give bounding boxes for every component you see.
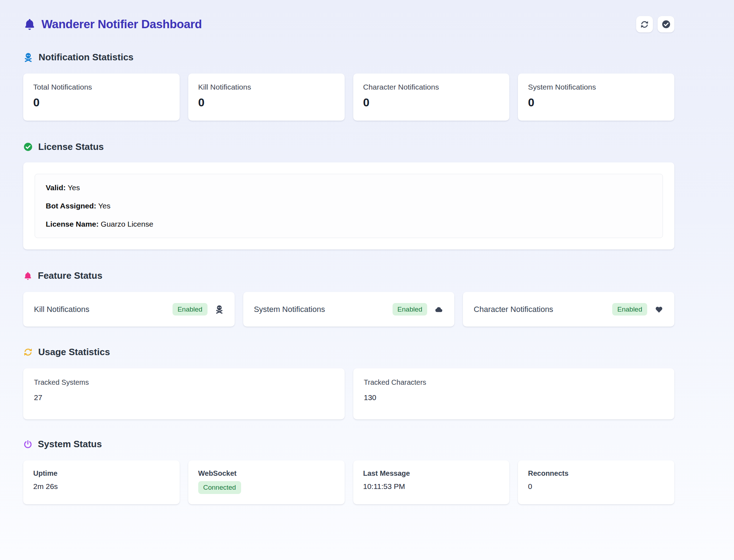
license-field-label: License Name: <box>46 220 99 228</box>
cloud-icon <box>434 305 444 314</box>
section-title-usage-statistics: Usage Statistics <box>23 347 674 358</box>
license-field-value: Yes <box>96 202 111 210</box>
status-badge: Enabled <box>173 303 208 316</box>
license-field-value: Guarzo License <box>99 220 153 228</box>
usage-card-label: Tracked Characters <box>364 378 664 387</box>
system-card-label: Last Message <box>363 469 500 478</box>
refresh-icon <box>23 347 33 357</box>
usage-card-value: 27 <box>34 393 334 402</box>
check-circle-icon <box>23 142 33 152</box>
websocket-status: Connected <box>198 481 335 494</box>
skull-crossbones-icon <box>215 305 224 314</box>
section-title-license-status: License Status <box>23 141 674 152</box>
power-icon <box>23 440 33 449</box>
skull-crossbones-icon <box>23 52 33 62</box>
stat-card-total-notifications: Total Notifications 0 <box>23 74 180 121</box>
feature-card-status: Enabled <box>173 303 224 316</box>
feature-card-label: System Notifications <box>254 305 325 314</box>
feature-card-label: Kill Notifications <box>34 305 89 314</box>
stat-card-value: 0 <box>33 96 170 109</box>
license-details-box: Valid: Yes Bot Assigned: Yes License Nam… <box>35 174 663 238</box>
section-heading-text: Feature Status <box>38 270 103 281</box>
page-title: Wanderer Notifier Dashboard <box>41 17 202 31</box>
stat-card-character-notifications: Character Notifications 0 <box>353 74 510 121</box>
feature-status-grid: Kill Notifications Enabled System Notifi… <box>23 292 674 327</box>
stat-card-value: 0 <box>528 96 664 109</box>
section-title-system-status: System Status <box>23 439 674 450</box>
usage-stats-grid: Tracked Systems 27 Tracked Characters 13… <box>23 368 674 419</box>
license-field-valid: Valid: Yes <box>46 183 652 192</box>
license-field-label: Bot Assigned: <box>46 202 96 210</box>
system-card-reconnects: Reconnects 0 <box>518 460 674 504</box>
notification-stats-grid: Total Notifications 0 Kill Notifications… <box>23 74 674 121</box>
stat-card-value: 0 <box>198 96 335 109</box>
license-field-license-name: License Name: Guarzo License <box>46 220 652 228</box>
feature-card-kill-notifications: Kill Notifications Enabled <box>23 292 235 327</box>
usage-card-tracked-systems: Tracked Systems 27 <box>23 368 345 419</box>
license-card: Valid: Yes Bot Assigned: Yes License Nam… <box>23 162 674 249</box>
stat-card-system-notifications: System Notifications 0 <box>518 74 674 121</box>
section-heading-text: License Status <box>38 141 104 152</box>
header: Wanderer Notifier Dashboard <box>23 0 674 32</box>
stat-card-label: Kill Notifications <box>198 83 335 91</box>
check-circle-icon <box>661 20 671 29</box>
bell-icon <box>23 18 36 31</box>
refresh-icon <box>640 20 649 29</box>
header-actions <box>636 16 674 32</box>
usage-card-label: Tracked Systems <box>34 378 334 387</box>
feature-card-status: Enabled <box>612 303 664 316</box>
section-title-feature-status: Feature Status <box>23 270 674 281</box>
license-field-bot-assigned: Bot Assigned: Yes <box>46 202 652 210</box>
stat-card-value: 0 <box>363 96 500 109</box>
stat-card-label: Character Notifications <box>363 83 500 91</box>
system-card-label: Uptime <box>33 469 170 478</box>
bell-icon <box>23 271 33 281</box>
system-card-websocket: WebSocket Connected <box>188 460 345 504</box>
header-title-group: Wanderer Notifier Dashboard <box>23 17 202 31</box>
feature-card-label: Character Notifications <box>474 305 553 314</box>
system-status-grid: Uptime 2m 26s WebSocket Connected Last M… <box>23 460 674 504</box>
stat-card-label: System Notifications <box>528 83 664 91</box>
system-card-last-message: Last Message 10:11:53 PM <box>353 460 510 504</box>
stat-card-label: Total Notifications <box>33 83 170 91</box>
system-card-label: Reconnects <box>528 469 664 478</box>
heart-icon <box>654 305 664 314</box>
refresh-button[interactable] <box>636 16 653 32</box>
feature-card-character-notifications: Character Notifications Enabled <box>463 292 674 327</box>
system-card-value: 2m 26s <box>33 482 170 491</box>
section-heading-text: Usage Statistics <box>38 347 110 358</box>
stat-card-kill-notifications: Kill Notifications 0 <box>188 74 345 121</box>
status-badge: Enabled <box>393 303 428 316</box>
system-card-value: 0 <box>528 482 664 491</box>
section-heading-text: System Status <box>38 439 102 450</box>
section-title-notification-statistics: Notification Statistics <box>23 52 674 63</box>
usage-card-value: 130 <box>364 393 664 402</box>
websocket-status-badge: Connected <box>198 481 241 494</box>
status-badge: Enabled <box>612 303 647 316</box>
license-field-value: Yes <box>66 183 80 192</box>
feature-card-status: Enabled <box>393 303 444 316</box>
usage-card-tracked-characters: Tracked Characters 130 <box>353 368 675 419</box>
system-card-value: 10:11:53 PM <box>363 482 500 491</box>
license-field-label: Valid: <box>46 183 66 192</box>
feature-card-system-notifications: System Notifications Enabled <box>243 292 455 327</box>
section-heading-text: Notification Statistics <box>39 52 134 63</box>
confirm-button[interactable] <box>658 16 674 32</box>
dashboard-page: Wanderer Notifier Dashboard Notification… <box>23 0 674 504</box>
system-card-uptime: Uptime 2m 26s <box>23 460 180 504</box>
system-card-label: WebSocket <box>198 469 335 478</box>
